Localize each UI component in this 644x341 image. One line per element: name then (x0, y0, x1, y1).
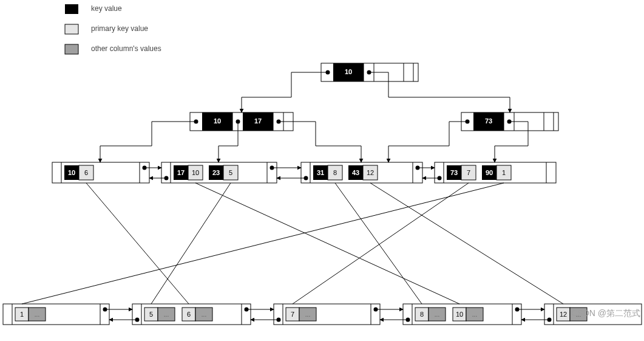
svg-rect-2 (65, 44, 78, 54)
legend-othercol: other column's values (91, 44, 161, 53)
s2-k1: 43 (352, 169, 359, 176)
s0-k0: 10 (68, 169, 75, 176)
p1-k1: 6 (187, 311, 191, 318)
secondary-leaf-1: 17 10 23 5 (161, 162, 277, 183)
p2-o0: ... (305, 311, 310, 318)
svg-line-96 (86, 183, 189, 304)
p3-o1: ... (472, 311, 477, 318)
s1-p1: 5 (229, 169, 232, 176)
secondary-leaf-0: 10 6 (52, 162, 149, 183)
s1-p0: 10 (192, 169, 199, 176)
svg-line-101 (293, 183, 469, 304)
svg-rect-1 (65, 24, 78, 34)
s2-p1: 12 (367, 169, 374, 176)
watermark-text: CSDN @第二范式 (571, 308, 640, 318)
p0-k0: 1 (20, 311, 24, 318)
s1-k1: 23 (212, 169, 220, 176)
svg-line-97 (195, 183, 459, 304)
s3-p1: 1 (502, 169, 506, 176)
primary-leaf-3: 8 ... 10 ... (403, 304, 521, 325)
legend-keyvalue: key value (91, 4, 122, 13)
p3-k0: 8 (420, 311, 424, 318)
s0-p0: 6 (84, 169, 88, 176)
p1-o0: ... (164, 311, 169, 318)
p1-o1: ... (202, 311, 206, 318)
svg-line-100 (370, 183, 563, 304)
secondary-leaf-2: 31 8 43 12 (301, 162, 422, 183)
primary-leaf-1: 5 ... 6 ... (132, 304, 251, 325)
p3-k1: 10 (456, 311, 463, 318)
internal-r-key-0: 73 (485, 117, 492, 125)
s2-p0: 8 (333, 169, 337, 176)
s2-k0: 31 (317, 169, 324, 176)
svg-line-99 (335, 183, 422, 304)
p0-o0: ... (35, 311, 39, 318)
p1-k0: 5 (149, 311, 153, 318)
svg-line-102 (22, 183, 504, 304)
secondary-leaf-3: 73 7 90 1 (435, 162, 556, 183)
svg-rect-0 (65, 4, 78, 14)
internal-l-key-0: 10 (214, 117, 221, 125)
s3-p0: 7 (467, 169, 470, 176)
primary-leaf-0: 1 ... (3, 304, 109, 325)
s3-k1: 90 (486, 169, 493, 176)
p4-k0: 12 (560, 311, 567, 318)
legend: key value primary key value other column… (65, 4, 161, 54)
internal-l-key-1: 17 (254, 117, 262, 125)
internal-left: 10 17 (190, 112, 293, 131)
root-key-0: 10 (345, 68, 352, 75)
p3-o0: ... (435, 311, 439, 318)
s3-k0: 73 (450, 169, 458, 176)
primary-leaf-2: 7 ... (274, 304, 380, 325)
svg-line-98 (151, 183, 231, 304)
p2-k0: 7 (291, 311, 294, 318)
s1-k0: 17 (177, 169, 185, 176)
legend-primarykey: primary key value (91, 24, 148, 33)
